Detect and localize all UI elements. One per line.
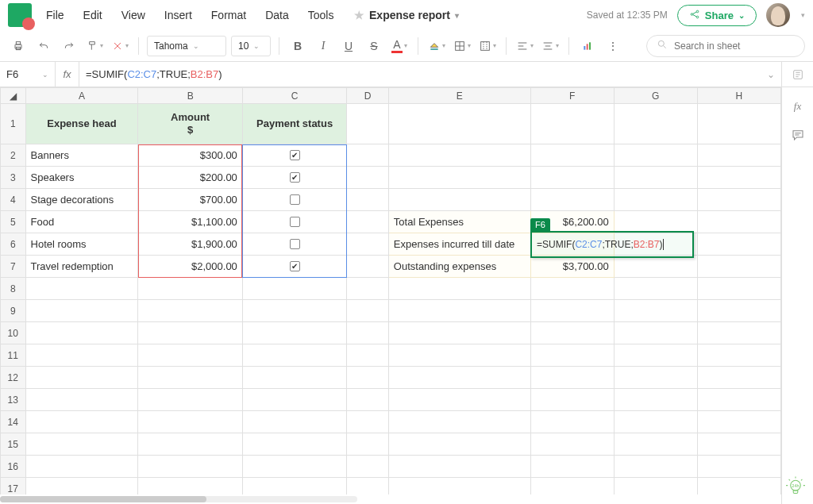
cell[interactable] <box>388 189 530 211</box>
cell[interactable] <box>25 433 138 456</box>
cell[interactable] <box>388 478 530 495</box>
cell[interactable] <box>388 456 530 478</box>
cell[interactable] <box>530 344 614 367</box>
cell[interactable] <box>388 322 530 344</box>
italic-button[interactable]: I <box>313 36 333 56</box>
cell[interactable] <box>138 456 242 478</box>
cell[interactable] <box>388 367 530 389</box>
cell[interactable] <box>388 389 530 411</box>
cell[interactable] <box>138 411 242 433</box>
cell[interactable] <box>388 344 530 367</box>
cell[interactable] <box>25 278 138 300</box>
cell[interactable]: Travel redemption <box>25 256 138 278</box>
cell[interactable] <box>138 300 242 322</box>
chevron-down-icon[interactable]: ▾ <box>801 11 805 19</box>
cell[interactable] <box>614 278 697 300</box>
cell[interactable] <box>530 389 614 411</box>
document-title[interactable]: ★ Expense report ▾ <box>354 9 459 21</box>
text-color-button[interactable]: A▾ <box>389 36 410 56</box>
cell[interactable] <box>530 278 614 300</box>
cell[interactable] <box>388 167 530 189</box>
cell[interactable] <box>614 344 697 367</box>
cell[interactable]: $3,700.00 <box>530 256 614 278</box>
cell[interactable]: Stage decorations <box>25 189 138 211</box>
cell[interactable]: $2,000.00 <box>138 256 242 278</box>
col-header[interactable]: E <box>388 88 530 104</box>
menu-view[interactable]: View <box>117 6 150 25</box>
col-header[interactable]: A <box>25 88 138 104</box>
row-header[interactable]: 3 <box>1 167 26 189</box>
cell[interactable] <box>25 322 138 344</box>
cell[interactable] <box>388 300 530 322</box>
cell[interactable] <box>530 144 614 167</box>
cell[interactable]: Expense head <box>25 104 138 144</box>
cell[interactable] <box>614 478 697 495</box>
cell[interactable] <box>697 433 780 456</box>
cell[interactable] <box>25 344 138 367</box>
cell[interactable] <box>530 233 614 256</box>
cell[interactable] <box>138 389 242 411</box>
more-icon[interactable]: ⋮ <box>603 36 623 56</box>
cell[interactable] <box>138 322 242 344</box>
row-header[interactable]: 17 <box>1 478 26 495</box>
cell[interactable] <box>697 478 780 495</box>
cell[interactable] <box>614 167 697 189</box>
cell[interactable] <box>697 256 780 278</box>
cell[interactable] <box>530 300 614 322</box>
cell[interactable] <box>25 456 138 478</box>
cell[interactable] <box>242 278 346 300</box>
cell[interactable] <box>530 433 614 456</box>
cell[interactable] <box>242 456 346 478</box>
cell[interactable] <box>614 233 697 256</box>
col-header[interactable]: C <box>242 88 346 104</box>
cell[interactable] <box>242 300 346 322</box>
cell[interactable] <box>242 367 346 389</box>
fx-panel-icon[interactable]: fx <box>788 97 807 116</box>
cell[interactable]: Total Expenses <box>388 211 530 233</box>
cell[interactable] <box>614 144 697 167</box>
cell[interactable] <box>388 104 530 144</box>
cell[interactable]: $300.00 <box>138 144 242 167</box>
cell[interactable] <box>347 367 389 389</box>
vertical-align-button[interactable]: ▾ <box>540 36 561 56</box>
spreadsheet-grid[interactable]: ◢ A B C D E F G H 1Expense headAmount$Pa… <box>0 87 781 494</box>
merge-cells-button[interactable]: ▾ <box>477 36 498 56</box>
row-header[interactable]: 11 <box>1 344 26 367</box>
col-header[interactable]: B <box>138 88 242 104</box>
cell[interactable] <box>530 322 614 344</box>
cell[interactable] <box>347 256 389 278</box>
cell[interactable] <box>242 478 346 495</box>
menu-insert[interactable]: Insert <box>160 6 197 25</box>
cell[interactable] <box>388 411 530 433</box>
col-header[interactable]: H <box>697 88 780 104</box>
row-header[interactable]: 9 <box>1 300 26 322</box>
fill-color-button[interactable]: ▾ <box>426 36 447 56</box>
row-header[interactable]: 16 <box>1 456 26 478</box>
menu-file[interactable]: File <box>41 6 69 25</box>
cell[interactable]: $1,900.00 <box>138 233 242 256</box>
row-header[interactable]: 10 <box>1 322 26 344</box>
font-family-select[interactable]: Tahoma⌄ <box>147 36 226 56</box>
row-header[interactable]: 7 <box>1 256 26 278</box>
cell[interactable] <box>697 104 780 144</box>
cell[interactable] <box>614 211 697 233</box>
cell[interactable] <box>530 478 614 495</box>
col-header[interactable]: F <box>530 88 614 104</box>
cell[interactable]: Outstanding expenses <box>388 256 530 278</box>
cell[interactable] <box>347 322 389 344</box>
cell[interactable] <box>697 189 780 211</box>
chevron-down-icon[interactable]: ⌄ <box>767 69 775 80</box>
cell[interactable] <box>614 300 697 322</box>
cell[interactable] <box>530 367 614 389</box>
select-all-corner[interactable]: ◢ <box>1 88 26 104</box>
cell[interactable] <box>25 389 138 411</box>
search-input-wrap[interactable] <box>646 35 805 57</box>
cell[interactable] <box>347 411 389 433</box>
font-size-select[interactable]: 10⌄ <box>231 36 271 56</box>
row-header[interactable]: 1 <box>1 104 26 144</box>
cell[interactable] <box>138 344 242 367</box>
borders-button[interactable]: ▾ <box>452 36 472 56</box>
help-lightbulb-icon[interactable]: 24h <box>784 475 807 498</box>
row-header[interactable]: 15 <box>1 433 26 456</box>
row-header[interactable]: 13 <box>1 389 26 411</box>
